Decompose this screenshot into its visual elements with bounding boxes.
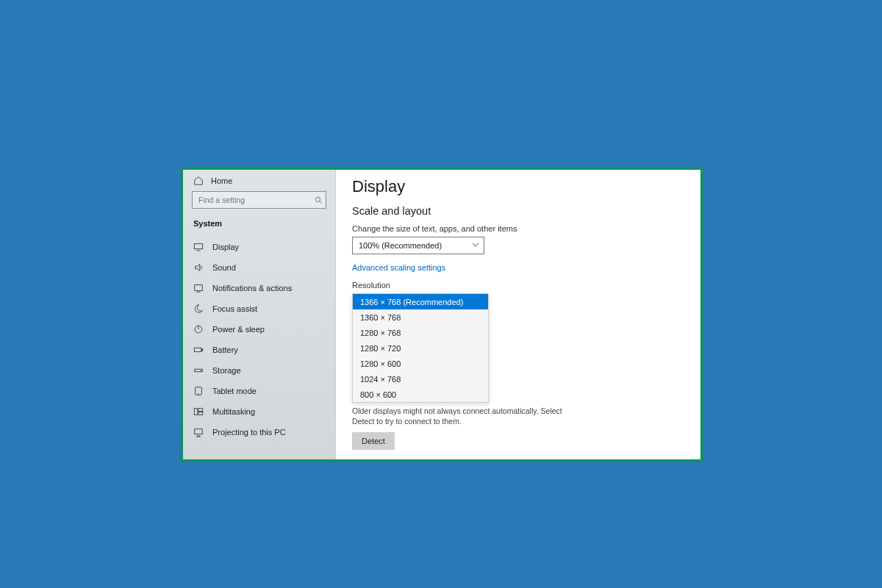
resolution-label: Resolution xyxy=(352,281,684,290)
detect-help-text: Older displays might not always connect … xyxy=(352,406,573,426)
sidebar-item-label: Projecting to this PC xyxy=(212,428,286,437)
resolution-option[interactable]: 800 × 600 xyxy=(353,387,488,402)
resolution-option[interactable]: 1366 × 768 (Recommended) xyxy=(353,294,488,309)
chevron-down-icon xyxy=(472,241,479,250)
sidebar-item-storage[interactable]: Storage xyxy=(183,360,335,381)
sidebar-item-label: Battery xyxy=(212,345,238,354)
resolution-dropdown-open[interactable]: 1366 × 768 (Recommended) 1360 × 768 1280… xyxy=(352,293,489,403)
resolution-option[interactable]: 1280 × 600 xyxy=(353,356,488,371)
search-input[interactable] xyxy=(193,192,311,208)
settings-window: Home System Display Sound xyxy=(181,168,703,462)
sidebar-item-display[interactable]: Display xyxy=(183,237,335,257)
sidebar-item-label: Display xyxy=(212,243,239,251)
sidebar-item-label: Multitasking xyxy=(212,407,255,416)
sidebar-item-label: Power & sleep xyxy=(212,325,265,334)
focus-assist-icon xyxy=(193,304,204,314)
desktop-background: Home System Display Sound xyxy=(0,0,882,588)
section-heading: Scale and layout xyxy=(352,205,684,217)
sidebar-item-power-sleep[interactable]: Power & sleep xyxy=(183,319,335,340)
notifications-icon xyxy=(193,283,204,293)
tablet-icon xyxy=(193,386,204,396)
svg-rect-13 xyxy=(194,409,197,415)
sidebar-item-battery[interactable]: Battery xyxy=(183,340,335,360)
sidebar-item-sound[interactable]: Sound xyxy=(183,257,335,278)
search-icon xyxy=(311,196,326,204)
sidebar-item-label: Sound xyxy=(212,263,236,272)
sidebar-item-notifications[interactable]: Notifications & actions xyxy=(183,278,335,298)
sidebar-item-label: Focus assist xyxy=(212,304,257,313)
scale-label: Change the size of text, apps, and other… xyxy=(352,224,684,233)
sidebar-nav: Display Sound Notifications & actions Fo… xyxy=(183,234,335,442)
search-box[interactable] xyxy=(192,191,326,209)
sidebar-item-tablet-mode[interactable]: Tablet mode xyxy=(183,381,335,401)
sidebar-section-label: System xyxy=(183,215,335,234)
settings-content: Display Scale and layout Change the size… xyxy=(336,170,700,459)
settings-sidebar: Home System Display Sound xyxy=(183,170,336,459)
sidebar-item-focus-assist[interactable]: Focus assist xyxy=(183,298,335,319)
sidebar-item-label: Notifications & actions xyxy=(212,284,292,293)
scale-dropdown[interactable]: 100% (Recommended) xyxy=(352,237,484,254)
home-icon xyxy=(193,176,204,186)
sidebar-item-multitasking[interactable]: Multitasking xyxy=(183,401,335,422)
resolution-option[interactable]: 1280 × 768 xyxy=(353,325,488,340)
sidebar-item-label: Storage xyxy=(212,366,241,375)
display-icon xyxy=(193,242,204,252)
projecting-icon xyxy=(193,427,204,437)
sidebar-home[interactable]: Home xyxy=(183,170,335,191)
sidebar-item-projecting[interactable]: Projecting to this PC xyxy=(183,422,335,442)
svg-rect-2 xyxy=(194,244,202,249)
detect-button-label: Detect xyxy=(362,437,385,445)
advanced-scaling-link[interactable]: Advanced scaling settings xyxy=(352,263,445,272)
battery-icon xyxy=(193,345,204,355)
page-title: Display xyxy=(352,177,684,196)
resolution-option[interactable]: 1360 × 768 xyxy=(353,309,488,325)
svg-rect-15 xyxy=(198,412,203,415)
svg-rect-7 xyxy=(194,348,201,351)
resolution-option[interactable]: 1024 × 768 xyxy=(353,371,488,387)
sidebar-item-label: Tablet mode xyxy=(212,387,257,395)
power-icon xyxy=(193,324,204,334)
svg-line-1 xyxy=(319,201,321,203)
sound-icon xyxy=(193,262,204,273)
multitasking-icon xyxy=(193,406,204,417)
svg-rect-16 xyxy=(195,429,203,434)
svg-rect-8 xyxy=(201,349,202,351)
scale-value: 100% (Recommended) xyxy=(359,241,442,250)
resolution-option[interactable]: 1280 × 720 xyxy=(353,340,488,356)
svg-rect-4 xyxy=(195,285,203,291)
detect-button[interactable]: Detect xyxy=(352,432,395,450)
svg-rect-14 xyxy=(198,409,203,412)
storage-icon xyxy=(193,365,204,376)
svg-point-0 xyxy=(315,197,320,201)
sidebar-home-label: Home xyxy=(211,176,232,185)
svg-point-10 xyxy=(201,370,201,371)
